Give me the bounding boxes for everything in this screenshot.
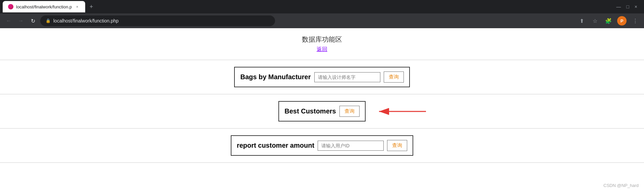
share-icon[interactable]: ⬆ xyxy=(577,16,586,26)
address-bar-right: ⬆ ☆ 🧩 P ⋮ xyxy=(577,16,640,26)
url-text: localhost/finalwork/function.php xyxy=(53,18,119,23)
menu-icon[interactable]: ⋮ xyxy=(631,16,640,26)
browser-chrome: localhost/finalwork/function.p × + — □ ×… xyxy=(0,0,644,28)
bags-by-manufacturer-box: Bags by Manufacturer 查询 xyxy=(234,67,410,87)
address-bar: ← → ↻ 🔒 localhost/finalwork/function.php… xyxy=(0,13,644,28)
url-bar[interactable]: 🔒 localhost/finalwork/function.php xyxy=(40,15,275,26)
window-close[interactable]: × xyxy=(635,4,637,9)
new-tab-button[interactable]: + xyxy=(87,2,96,11)
active-tab[interactable]: localhost/finalwork/function.p × xyxy=(3,1,85,12)
window-maximize[interactable]: □ xyxy=(626,4,629,9)
report-customer-amount-box: report customer amount 查询 xyxy=(231,135,413,156)
bags-by-manufacturer-label: Bags by Manufacturer xyxy=(240,73,311,81)
back-button[interactable]: ← xyxy=(4,16,13,26)
report-query-button[interactable]: 查询 xyxy=(387,140,407,151)
bookmark-icon[interactable]: ☆ xyxy=(590,16,600,26)
profile-button[interactable]: P xyxy=(617,16,627,26)
tab-favicon xyxy=(8,4,13,9)
bags-by-manufacturer-section: Bags by Manufacturer 查询 xyxy=(0,60,644,94)
forward-button[interactable]: → xyxy=(16,16,25,26)
tab-title: localhost/finalwork/function.p xyxy=(16,4,72,9)
back-link-container: 返回 xyxy=(0,46,644,53)
window-minimize[interactable]: — xyxy=(616,4,621,9)
lock-icon: 🔒 xyxy=(46,18,51,23)
page-title: 数据库功能区 xyxy=(0,35,644,44)
watermark: CSDN @NP_hard xyxy=(603,183,639,188)
bags-query-button[interactable]: 查询 xyxy=(384,71,404,83)
tab-close-button[interactable]: × xyxy=(74,4,80,9)
designer-name-input[interactable] xyxy=(314,72,380,82)
extensions-icon[interactable]: 🧩 xyxy=(604,16,613,26)
best-customers-label: Best Customers xyxy=(284,107,336,115)
best-customers-box: Best Customers 查询 xyxy=(278,101,365,122)
best-customers-wrapper: Best Customers 查询 xyxy=(278,101,365,122)
report-customer-amount-label: report customer amount xyxy=(237,142,314,149)
best-customers-section: Best Customers 查询 xyxy=(0,94,644,129)
best-customers-query-button[interactable]: 查询 xyxy=(339,106,360,117)
arrow-icon xyxy=(376,105,429,118)
report-customer-amount-section: report customer amount 查询 xyxy=(0,129,644,163)
arrow-indicator xyxy=(376,105,429,118)
tab-bar: localhost/finalwork/function.p × + — □ × xyxy=(0,0,644,13)
user-id-input[interactable] xyxy=(318,141,384,151)
refresh-button[interactable]: ↻ xyxy=(28,16,38,26)
page-content: 数据库功能区 返回 Bags by Manufacturer 查询 Best C… xyxy=(0,28,644,170)
back-link[interactable]: 返回 xyxy=(317,46,327,52)
window-controls: — □ × xyxy=(616,4,641,9)
